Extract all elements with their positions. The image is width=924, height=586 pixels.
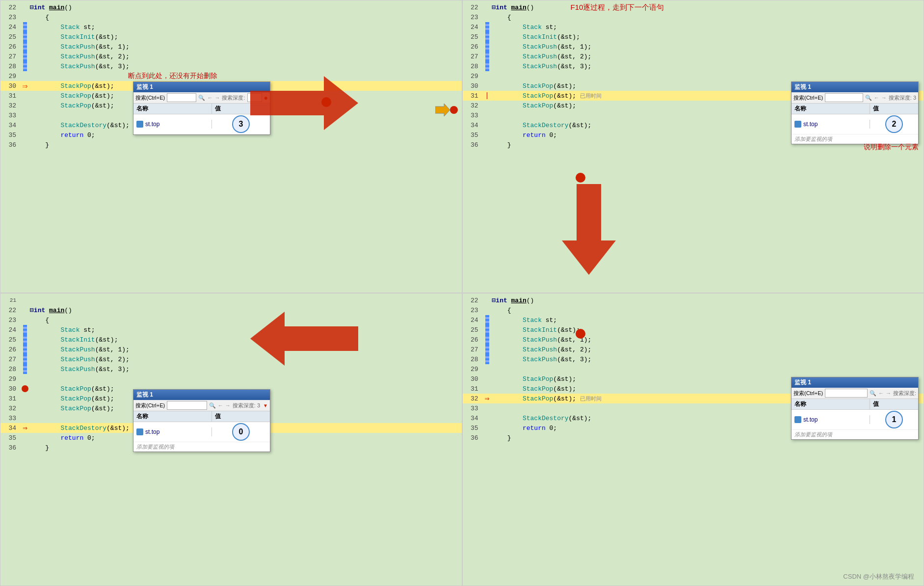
code-line-28: 28 StackPush(&st, 3); bbox=[0, 61, 462, 71]
value-circle-tr: 2 bbox=[885, 115, 903, 133]
value-circle-br: 1 bbox=[885, 411, 903, 428]
bl-line-28: 28 StackPush(&st, 3); bbox=[0, 364, 462, 374]
value-circle-bl: 0 bbox=[232, 423, 250, 441]
watch-add-bl[interactable]: 添加要监视的项 bbox=[133, 442, 270, 452]
br-line-27: 27 StackPush(&st, 2); bbox=[463, 345, 924, 354]
watch-header-top-left: 名称 值 bbox=[133, 104, 270, 114]
watch-row-sttop: st.top 3 bbox=[133, 114, 270, 134]
code-line-36: 36 } bbox=[0, 140, 462, 150]
watch-row-br: st.top 1 bbox=[792, 410, 918, 430]
watch-title-br: 监视 1 bbox=[792, 377, 918, 388]
bl-line-29: 29 bbox=[0, 374, 462, 384]
code-line-24: 24 Stack st; bbox=[0, 22, 462, 32]
bl-line-25: 25 StackInit(&st); bbox=[0, 335, 462, 345]
annotation-top-left: 断点到此处，还没有开始删除 bbox=[128, 72, 217, 80]
br-line-25: 25 StackInit(&st); bbox=[463, 325, 924, 335]
code-line-26: 26 StackPush(&st, 1); bbox=[0, 42, 462, 52]
watch-title-bl: 监视 1 bbox=[133, 390, 270, 400]
bl-line-22: 22 ⊟int main() bbox=[0, 305, 462, 315]
bl-line-24: 24 Stack st; bbox=[0, 325, 462, 335]
code-line-22: 22 ⊟int main() bbox=[0, 2, 462, 12]
bl-line-27: 27 StackPush(&st, 2); bbox=[0, 354, 462, 364]
tr-line-24: 24 Stack st; bbox=[463, 22, 924, 32]
watch-close[interactable]: ● bbox=[264, 94, 268, 102]
watch-header-br: 名称 值 bbox=[792, 399, 918, 410]
watch-title-top-right: 监视 1 bbox=[792, 82, 918, 92]
watch-window-top-left: 监视 1 搜索(Ctrl+E) 🔍 ← → 搜索深度: ● 名称 值 st.to… bbox=[133, 81, 270, 135]
panel-bottom-right: 22 ⊟int main() 23 { 24 Stack st; 25 Stac… bbox=[462, 293, 924, 586]
watch-toolbar-top-left: 搜索(Ctrl+E) 🔍 ← → 搜索深度: ● bbox=[133, 92, 270, 104]
br-line-26: 26 StackPush(&st, 1); bbox=[463, 335, 924, 345]
code-line-25: 25 StackInit(&st); bbox=[0, 32, 462, 42]
bl-line-26: 26 StackPush(&st, 1); bbox=[0, 345, 462, 354]
svg-marker-0 bbox=[435, 104, 450, 116]
watch-row-tr: st.top 2 bbox=[792, 114, 918, 134]
panel-bottom-left: 21 22 ⊟int main() 23 { 24 Stack st; bbox=[0, 293, 462, 586]
br-line-28: 28 StackPush(&st, 3); bbox=[463, 354, 924, 364]
bl-line-23: 23 { bbox=[0, 315, 462, 325]
tr-line-27: 27 StackPush(&st, 2); bbox=[463, 52, 924, 61]
search-icon-bl[interactable]: 🔍 bbox=[209, 402, 216, 409]
code-line-29: 29 bbox=[0, 71, 462, 81]
var-icon-br bbox=[794, 416, 801, 423]
watch-header-bl: 名称 值 bbox=[133, 411, 270, 422]
value-circle: 3 bbox=[232, 115, 250, 133]
watch-add-br[interactable]: 添加要监视的项 bbox=[792, 430, 918, 439]
watch-row-bl: st.top 0 bbox=[133, 422, 270, 442]
annotation-top-right: 说明删除一个元素 bbox=[864, 143, 919, 152]
search-label-bl: 搜索(Ctrl+E) bbox=[135, 402, 165, 409]
tr-line-23: 23 { bbox=[463, 12, 924, 22]
main-container: 22 ⊟int main() 23 { 24 Stack st; 25 bbox=[0, 0, 924, 586]
tr-line-29: 29 bbox=[463, 71, 924, 81]
search-icon-tr[interactable]: 🔍 bbox=[865, 95, 872, 101]
search-icon[interactable]: 🔍 bbox=[198, 95, 205, 101]
tr-line-25: 25 StackInit(&st); bbox=[463, 32, 924, 42]
watch-header-top-right: 名称 值 bbox=[792, 104, 918, 114]
watch-toolbar-top-right: 搜索(Ctrl+E) 🔍 ← → 搜索深度: 3 bbox=[792, 92, 918, 104]
var-icon-bl bbox=[136, 428, 143, 435]
search-label-tr: 搜索(Ctrl+E) bbox=[793, 94, 823, 102]
watch-window-bottom-left: 监视 1 搜索(Ctrl+E) 🔍 ← → 搜索深度: 3 ▼ 名称 值 st.… bbox=[133, 389, 270, 452]
watch-toolbar-br: 搜索(Ctrl+E) 🔍 ← → 搜索深度: bbox=[792, 388, 918, 399]
annotation-f10: F10逐过程，走到下一个语句 bbox=[571, 3, 664, 12]
search-icon-br[interactable]: 🔍 bbox=[870, 390, 876, 397]
bl-line-21: 21 bbox=[0, 295, 462, 305]
br-line-24: 24 Stack st; bbox=[463, 315, 924, 325]
tr-line-28: 28 StackPush(&st, 3); bbox=[463, 61, 924, 71]
panel-top-right: F10逐过程，走到下一个语句 22 ⊟int main() 23 { 24 St… bbox=[462, 0, 924, 293]
br-line-29: 29 bbox=[463, 364, 924, 374]
right-arrow-indicator bbox=[435, 104, 450, 119]
watermark: CSDN @小林熬夜学编程 bbox=[843, 572, 914, 581]
search-label-br: 搜索(Ctrl+E) bbox=[793, 390, 823, 397]
red-dot-top-left bbox=[450, 106, 458, 114]
watch-title-top-left: 监视 1 bbox=[133, 82, 270, 92]
br-line-22: 22 ⊟int main() bbox=[463, 295, 924, 305]
var-icon-tr bbox=[794, 121, 801, 128]
code-line-27: 27 StackPush(&st, 2); bbox=[0, 52, 462, 61]
watch-window-top-right: 监视 1 搜索(Ctrl+E) 🔍 ← → 搜索深度: 3 名称 值 st.to… bbox=[791, 81, 919, 144]
watch-toolbar-bl: 搜索(Ctrl+E) 🔍 ← → 搜索深度: 3 ▼ bbox=[133, 400, 270, 411]
tr-line-22: 22 ⊟int main() bbox=[463, 2, 924, 12]
var-icon bbox=[136, 121, 143, 128]
panel-top-left: 22 ⊟int main() 23 { 24 Stack st; 25 bbox=[0, 0, 462, 293]
search-label: 搜索(Ctrl+E) bbox=[135, 94, 165, 102]
code-line-23: 23 { bbox=[0, 12, 462, 22]
tr-line-26: 26 StackPush(&st, 1); bbox=[463, 42, 924, 52]
br-line-23: 23 { bbox=[463, 305, 924, 315]
watch-window-bottom-right: 监视 1 搜索(Ctrl+E) 🔍 ← → 搜索深度: 名称 值 st.top … bbox=[791, 377, 919, 440]
